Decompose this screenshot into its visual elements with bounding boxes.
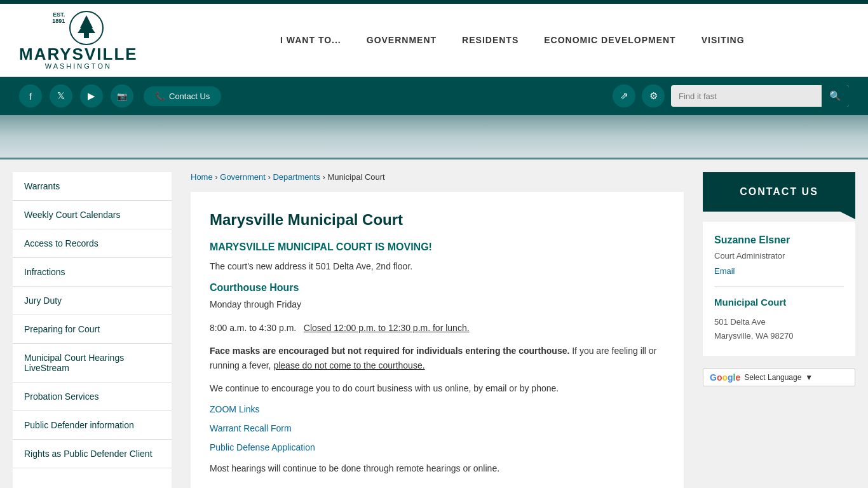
- content-card: Marysville Municipal Court MARYSVILLE MU…: [191, 192, 684, 488]
- alert-text: The court's new address it 501 Delta Ave…: [210, 259, 665, 273]
- right-panel: CONTACT US Suzanne Elsner Court Administ…: [703, 159, 855, 488]
- google-logo: Google: [710, 372, 740, 383]
- divider: [714, 286, 844, 287]
- svg-marker-2: [78, 20, 95, 33]
- nav-economic-development[interactable]: ECONOMIC DEVELOPMENT: [544, 35, 675, 45]
- settings-icon[interactable]: ⚙: [642, 85, 665, 107]
- sidebar-item-jury-duty[interactable]: Jury Duty: [13, 287, 172, 315]
- facebook-icon[interactable]: f: [19, 85, 42, 107]
- public-defense-application-link[interactable]: Public Defense Application: [210, 442, 665, 452]
- instagram-icon[interactable]: 📷: [111, 85, 133, 107]
- sidebar-item-rights-pd-client[interactable]: Rights as Public Defender Client: [13, 440, 172, 468]
- zoom-links[interactable]: ZOOM Links: [210, 404, 665, 414]
- sidebar-item-preparing-for-court[interactable]: Preparing for Court: [13, 315, 172, 344]
- encourage-text: We continue to encourage you to do court…: [210, 381, 665, 395]
- nav-residents[interactable]: RESIDENTS: [462, 35, 519, 45]
- breadcrumb-government[interactable]: Government: [220, 172, 266, 182]
- toolbar: f 𝕏 ▶ 📷 📞 Contact Us ⇗ ⚙ 🔍: [0, 77, 868, 115]
- mask-notice: Face masks are encouraged but not requir…: [210, 344, 665, 372]
- translate-dropdown-arrow: ▼: [805, 373, 813, 382]
- logo-state-name: WASHINGTON: [45, 62, 112, 70]
- nav-government[interactable]: GOVERNMENT: [367, 35, 437, 45]
- share-icon[interactable]: ⇗: [613, 85, 635, 107]
- main-nav: I WANT TO... GOVERNMENT RESIDENTS ECONOM…: [176, 35, 849, 45]
- sidebar-item-weekly-court-calendars[interactable]: Weekly Court Calendars: [13, 201, 172, 229]
- site-header: EST. 1891 MARYSVILLE WASHINGTON I WANT T…: [0, 4, 868, 77]
- phone-icon: 📞: [155, 92, 165, 101]
- page-title: Marysville Municipal Court: [210, 211, 665, 229]
- bottom-text1: Most hearings will continue to be done t…: [210, 461, 665, 475]
- sidebar-item-access-to-records[interactable]: Access to Records: [13, 229, 172, 258]
- dept-name: Municipal Court: [714, 297, 844, 308]
- breadcrumb-current: Municipal Court: [327, 172, 384, 182]
- alert-heading: MARYSVILLE MUNICIPAL COURT IS MOVING!: [210, 241, 665, 253]
- search-bar: 🔍: [671, 85, 849, 107]
- toolbar-right: ⇗ ⚙ 🔍: [613, 85, 849, 107]
- address-line1: 501 Delta Ave: [714, 315, 844, 329]
- breadcrumb-departments[interactable]: Departments: [273, 172, 320, 182]
- logo-year: 1891: [52, 18, 65, 24]
- address-line2: Marysville, WA 98270: [714, 329, 844, 343]
- logo-tree-icon: [69, 10, 104, 46]
- contact-btn-label: Contact Us: [169, 92, 210, 101]
- warrant-recall-form-link[interactable]: Warrant Recall Form: [210, 423, 665, 433]
- svg-rect-3: [84, 33, 89, 38]
- sidebar-item-probation-services[interactable]: Probation Services: [13, 383, 172, 411]
- twitter-icon[interactable]: 𝕏: [50, 85, 72, 107]
- sidebar-item-infractions[interactable]: Infractions: [13, 258, 172, 287]
- hero-banner: [0, 115, 868, 159]
- bottom-text2: Please contact your attorney for guidanc…: [210, 485, 665, 488]
- logo-est: EST.: [53, 11, 65, 18]
- nav-i-want-to[interactable]: I WANT TO...: [280, 35, 341, 45]
- logo-city-name: MARYSVILLE: [19, 46, 138, 62]
- sidebar-item-livestream[interactable]: Municipal Court Hearings LiveStream: [13, 344, 172, 383]
- hours-closed: Closed 12:00 p.m. to 12:30 p.m. for lunc…: [304, 323, 470, 333]
- contact-name: Suzanne Elsner: [714, 234, 844, 246]
- courthouse-hours-heading: Courthouse Hours: [210, 282, 665, 294]
- sidebar-item-warrants[interactable]: Warrants: [13, 172, 172, 201]
- nav-visiting[interactable]: VISITING: [702, 35, 745, 45]
- sidebar: Warrants Weekly Court Calendars Access t…: [13, 172, 172, 488]
- contact-card: Suzanne Elsner Court Administrator Email…: [703, 222, 855, 356]
- mask-text-underline: please do not come to the courthouse.: [273, 360, 424, 370]
- content-area: Home › Government › Departments › Munici…: [172, 159, 703, 488]
- breadcrumb: Home › Government › Departments › Munici…: [191, 172, 684, 182]
- hours-line2: 8:00 a.m. to 4:30 p.m. Closed 12:00 p.m.…: [210, 321, 665, 335]
- search-input[interactable]: [671, 86, 822, 106]
- contact-us-button[interactable]: CONTACT US: [703, 172, 855, 212]
- contact-email-link[interactable]: Email: [714, 266, 735, 276]
- mask-text-bold: Face masks are encouraged but not requir…: [210, 346, 569, 356]
- contact-address: 501 Delta Ave Marysville, WA 98270: [714, 315, 844, 343]
- breadcrumb-home[interactable]: Home: [191, 172, 213, 182]
- contact-role: Court Administrator: [714, 251, 844, 261]
- logo-area: EST. 1891 MARYSVILLE WASHINGTON: [19, 10, 138, 70]
- google-translate-widget[interactable]: Google Select Language ▼: [703, 369, 855, 386]
- select-language-label: Select Language: [744, 373, 801, 382]
- hours-line1: Monday through Friday: [210, 297, 665, 311]
- main-layout: Warrants Weekly Court Calendars Access t…: [0, 159, 868, 488]
- contact-us-toolbar-button[interactable]: 📞 Contact Us: [144, 86, 221, 106]
- youtube-icon[interactable]: ▶: [80, 85, 103, 107]
- search-button[interactable]: 🔍: [822, 85, 849, 107]
- sidebar-item-public-defender-info[interactable]: Public Defender information: [13, 411, 172, 440]
